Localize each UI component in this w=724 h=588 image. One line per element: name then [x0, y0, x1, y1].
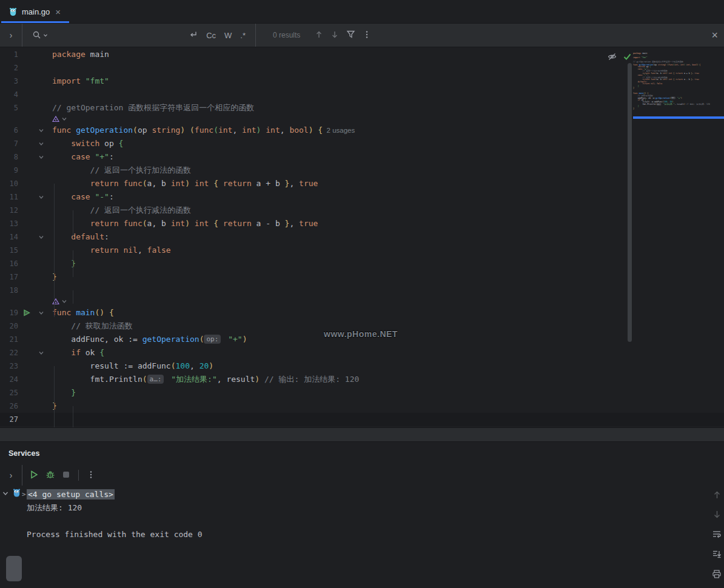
up-icon[interactable] — [712, 490, 722, 504]
line-number[interactable]: 8 — [0, 150, 18, 164]
line-number[interactable]: 2 — [0, 61, 18, 75]
code-line-6[interactable]: 6func getOperation(op string) (func(int,… — [0, 124, 724, 137]
code-line-22[interactable]: 22 if ok { — [0, 346, 724, 359]
chevron-down-icon[interactable] — [61, 116, 67, 122]
line-number[interactable]: 13 — [0, 217, 18, 230]
line-number[interactable]: 20 — [0, 319, 18, 333]
chevron-right-icon[interactable]: > — [22, 488, 26, 501]
code-line-4[interactable]: 4 — [0, 88, 724, 101]
search-magnifier-icon[interactable] — [32, 30, 48, 40]
line-number[interactable]: 16 — [0, 257, 18, 270]
line-number[interactable]: 21 — [0, 333, 18, 346]
code-line-19[interactable]: 19func main() { — [0, 306, 724, 319]
line-number[interactable]: 5 — [0, 101, 18, 115]
match-case-toggle[interactable]: Cc — [206, 31, 216, 40]
line-number[interactable]: 12 — [0, 204, 18, 217]
rerun-button[interactable] — [29, 470, 39, 481]
line-number[interactable]: 1 — [0, 48, 18, 61]
console-tree-node[interactable]: > — [0, 488, 26, 501]
line-number[interactable]: 27 — [0, 413, 18, 426]
close-search-button[interactable]: × — [711, 30, 718, 41]
line-number[interactable]: 14 — [0, 230, 18, 244]
code-line-17[interactable]: 17} — [0, 270, 724, 284]
code-line-8[interactable]: 8 case "+": — [0, 150, 724, 164]
code-line-15[interactable]: 15 return nil, false — [0, 244, 724, 257]
code-line-3[interactable]: 3import "fmt" — [0, 75, 724, 88]
expand-search-icon[interactable]: › — [0, 24, 22, 47]
line-number[interactable] — [0, 297, 18, 306]
fold-chevron-icon[interactable] — [38, 310, 44, 316]
line-number[interactable]: 25 — [0, 386, 18, 399]
scrollbar-thumb[interactable] — [6, 556, 22, 581]
next-occurrence-button[interactable] — [330, 30, 339, 41]
line-number[interactable]: 4 — [0, 88, 18, 101]
more-actions-icon[interactable] — [87, 470, 95, 481]
line-number[interactable]: 15 — [0, 244, 18, 257]
chevron-down-icon[interactable] — [61, 299, 67, 304]
line-number[interactable]: 24 — [0, 373, 18, 386]
line-number[interactable]: 23 — [0, 359, 18, 373]
ai-inlay-row[interactable] — [0, 297, 724, 306]
run-main-icon[interactable] — [23, 309, 30, 316]
search-input[interactable]: Cc W .* — [22, 24, 256, 47]
minimap[interactable]: package mainimport "fmt"// getOperation … — [633, 52, 724, 116]
code-line-10[interactable]: 10 return func(a, b int) int { return a … — [0, 177, 724, 190]
code-line-9[interactable]: 9 // 返回一个执行加法的函数 — [0, 164, 724, 177]
stop-button[interactable] — [62, 470, 70, 481]
expand-services-icon[interactable]: › — [0, 465, 22, 486]
chevron-down-icon[interactable] — [2, 488, 9, 501]
code-line-26[interactable]: 26} — [0, 399, 724, 413]
tab-main-go[interactable]: main.go × — [0, 0, 68, 23]
line-number[interactable]: 9 — [0, 164, 18, 177]
code-line-12[interactable]: 12 // 返回一个执行减法的函数 — [0, 204, 724, 217]
prev-occurrence-button[interactable] — [315, 30, 323, 41]
line-number[interactable]: 10 — [0, 177, 18, 190]
code-line-27[interactable]: 27 — [0, 413, 724, 426]
code-line-11[interactable]: 11 case "-": — [0, 190, 724, 204]
code-line-5[interactable]: 5// getOperation 函数根据字符串返回一个相应的函数 — [0, 101, 724, 115]
ai-assistant-icon[interactable] — [52, 116, 59, 123]
fold-chevron-icon[interactable] — [38, 235, 44, 240]
no-problems-check-icon[interactable] — [623, 52, 632, 63]
tab-close-icon[interactable]: × — [55, 7, 61, 16]
filter-icon[interactable] — [346, 30, 355, 41]
code-line-7[interactable]: 7 switch op { — [0, 137, 724, 150]
code-line-16[interactable]: 16 } — [0, 257, 724, 270]
panel-splitter[interactable] — [0, 427, 724, 442]
line-number[interactable] — [0, 115, 18, 124]
line-number[interactable]: 22 — [0, 346, 18, 359]
code-editor[interactable]: 1package main23import "fmt"45// getOpera… — [0, 47, 724, 427]
line-number[interactable]: 6 — [0, 124, 18, 137]
soft-wrap-icon[interactable] — [712, 529, 722, 543]
scroll-to-end-icon[interactable] — [712, 549, 722, 563]
code-line-13[interactable]: 13 return func(a, b int) int { return a … — [0, 217, 724, 230]
code-line-14[interactable]: 14 default: — [0, 230, 724, 244]
fold-chevron-icon[interactable] — [38, 195, 44, 200]
console-selected-text[interactable]: <4 go setup calls> — [27, 489, 115, 499]
minimap-viewport-bar[interactable] — [633, 116, 724, 119]
print-icon[interactable] — [712, 569, 722, 583]
code-line-24[interactable]: 24 fmt.Println(a…: "加法结果:", result) // 输… — [0, 373, 724, 386]
line-number[interactable]: 3 — [0, 75, 18, 88]
regex-toggle[interactable]: .* — [240, 31, 246, 40]
debug-button[interactable] — [45, 470, 55, 481]
line-number[interactable]: 26 — [0, 399, 18, 413]
newline-icon[interactable] — [189, 30, 198, 41]
more-options-icon[interactable] — [363, 30, 371, 41]
run-console[interactable]: > <4 go setup calls>加法结果: 120Process fin… — [0, 486, 724, 588]
code-line-23[interactable]: 23 result := addFunc(100, 20) — [0, 359, 724, 373]
down-icon[interactable] — [712, 510, 722, 523]
services-header[interactable]: Services — [0, 442, 724, 465]
fold-chevron-icon[interactable] — [38, 155, 44, 160]
fold-chevron-icon[interactable] — [38, 141, 44, 147]
words-toggle[interactable]: W — [224, 31, 232, 40]
hide-highlighting-eye-icon[interactable] — [607, 52, 617, 64]
fold-chevron-icon[interactable] — [38, 350, 44, 356]
code-line-25[interactable]: 25 } — [0, 386, 724, 399]
editor-scrollbar[interactable] — [628, 63, 632, 342]
code-line-18[interactable]: 18 — [0, 284, 724, 297]
line-number[interactable]: 17 — [0, 270, 18, 284]
ai-assistant-icon[interactable] — [52, 298, 59, 306]
line-number[interactable]: 18 — [0, 284, 18, 297]
fold-chevron-icon[interactable] — [38, 128, 44, 133]
